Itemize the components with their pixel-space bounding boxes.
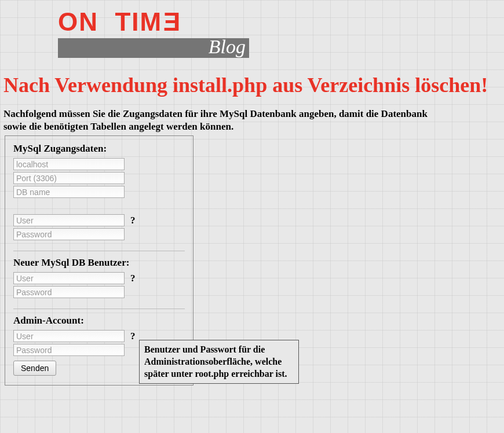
logo-tim: TIM [115, 8, 162, 36]
logo-blog: Blog [209, 36, 246, 58]
admin-password-input[interactable] [13, 344, 125, 356]
help-icon[interactable]: ? [130, 273, 136, 284]
admin-section-label: Admin-Account: [13, 315, 185, 326]
mysql-port-input[interactable] [13, 172, 125, 184]
logo: ON TIME Blog [0, 0, 504, 60]
mysql-user-input[interactable] [13, 214, 125, 226]
logo-on: ON [58, 8, 98, 36]
page-warning-heading: Nach Verwendung install.php aus Verzeich… [3, 73, 501, 97]
intro-text: Nachfolgend müssen Sie die Zugangsdaten … [3, 108, 432, 133]
admin-help-tooltip: Benutzer und Passwort für die Administra… [139, 340, 299, 384]
mysql-section-label: MySql Zugangsdaten: [13, 143, 185, 155]
newuser-user-input[interactable] [13, 272, 125, 284]
help-icon[interactable]: ? [130, 215, 136, 226]
admin-user-input[interactable] [13, 330, 125, 342]
help-icon[interactable]: ? [130, 331, 136, 342]
mysql-password-input[interactable] [13, 228, 125, 240]
mysql-dbname-input[interactable] [13, 186, 125, 198]
mysql-host-input[interactable] [13, 158, 125, 170]
submit-button[interactable]: Senden [13, 361, 56, 376]
newuser-section-label: Neuer MySql DB Benutzer: [13, 257, 185, 269]
newuser-password-input[interactable] [13, 286, 125, 298]
